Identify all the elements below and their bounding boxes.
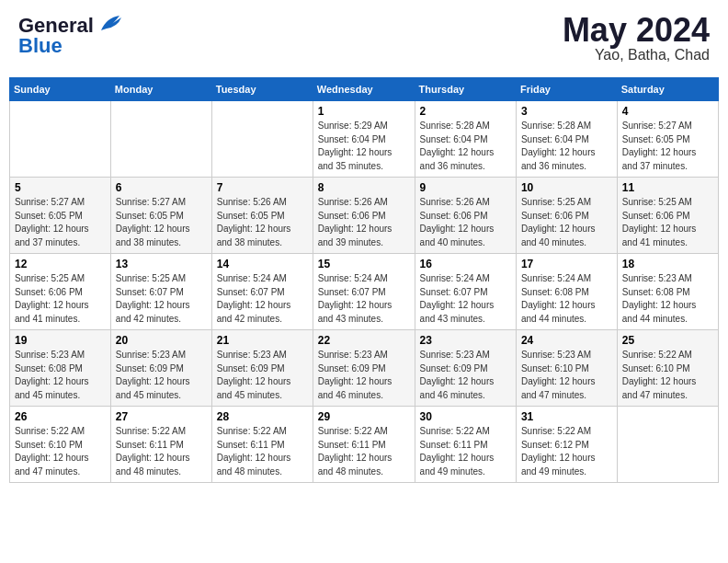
day-info: Sunrise: 5:24 AM Sunset: 6:07 PM Dayligh… (318, 272, 410, 326)
day-info: Sunrise: 5:22 AM Sunset: 6:11 PM Dayligh… (116, 425, 207, 478)
day-number: 30 (420, 410, 511, 423)
calendar-cell: 26Sunrise: 5:22 AM Sunset: 6:10 PM Dayli… (10, 407, 111, 483)
calendar-cell: 30Sunrise: 5:22 AM Sunset: 6:11 PM Dayli… (415, 407, 516, 483)
day-info: Sunrise: 5:25 AM Sunset: 6:06 PM Dayligh… (15, 272, 106, 326)
weekday-header-tuesday: Tuesday (211, 78, 313, 101)
day-number: 2 (420, 105, 511, 118)
day-number: 1 (318, 105, 410, 118)
month-title: May 2024 (563, 14, 710, 47)
day-number: 26 (15, 410, 106, 423)
title-block: May 2024 Yao, Batha, Chad (563, 14, 710, 63)
calendar-cell: 31Sunrise: 5:22 AM Sunset: 6:12 PM Dayli… (516, 407, 617, 483)
calendar-cell: 15Sunrise: 5:24 AM Sunset: 6:07 PM Dayli… (313, 254, 415, 330)
calendar-cell: 8Sunrise: 5:26 AM Sunset: 6:06 PM Daylig… (313, 178, 415, 254)
weekday-header-sunday: Sunday (10, 78, 111, 101)
day-number: 14 (217, 258, 308, 270)
day-info: Sunrise: 5:22 AM Sunset: 6:10 PM Dayligh… (622, 349, 713, 402)
calendar-cell: 28Sunrise: 5:22 AM Sunset: 6:11 PM Dayli… (211, 407, 313, 483)
calendar-cell: 25Sunrise: 5:22 AM Sunset: 6:10 PM Dayli… (617, 330, 718, 407)
calendar-cell: 4Sunrise: 5:27 AM Sunset: 6:05 PM Daylig… (617, 101, 718, 178)
calendar-cell: 6Sunrise: 5:27 AM Sunset: 6:05 PM Daylig… (110, 178, 211, 254)
day-info: Sunrise: 5:25 AM Sunset: 6:06 PM Dayligh… (521, 196, 612, 249)
day-info: Sunrise: 5:27 AM Sunset: 6:05 PM Dayligh… (622, 120, 713, 173)
location: Yao, Batha, Chad (563, 47, 710, 63)
calendar-cell: 12Sunrise: 5:25 AM Sunset: 6:06 PM Dayli… (10, 254, 111, 330)
calendar-cell: 20Sunrise: 5:23 AM Sunset: 6:09 PM Dayli… (110, 330, 211, 407)
day-info: Sunrise: 5:22 AM Sunset: 6:10 PM Dayligh… (15, 425, 106, 478)
day-number: 12 (15, 258, 106, 270)
calendar-cell: 14Sunrise: 5:24 AM Sunset: 6:07 PM Dayli… (211, 254, 313, 330)
calendar-week-1: 1Sunrise: 5:29 AM Sunset: 6:04 PM Daylig… (10, 101, 719, 178)
day-number: 7 (217, 181, 308, 194)
day-info: Sunrise: 5:26 AM Sunset: 6:06 PM Dayligh… (420, 196, 511, 249)
calendar-cell: 21Sunrise: 5:23 AM Sunset: 6:09 PM Dayli… (211, 330, 313, 407)
calendar-cell (110, 101, 211, 178)
day-info: Sunrise: 5:23 AM Sunset: 6:09 PM Dayligh… (318, 349, 410, 402)
day-number: 21 (217, 334, 308, 347)
day-number: 25 (622, 334, 713, 347)
logo-bird-icon (97, 14, 123, 34)
day-number: 4 (622, 105, 713, 118)
weekday-header-thursday: Thursday (415, 78, 516, 101)
day-info: Sunrise: 5:28 AM Sunset: 6:04 PM Dayligh… (420, 120, 511, 173)
day-info: Sunrise: 5:25 AM Sunset: 6:07 PM Dayligh… (116, 272, 207, 326)
calendar-cell: 18Sunrise: 5:23 AM Sunset: 6:08 PM Dayli… (617, 254, 718, 330)
day-number: 11 (622, 181, 713, 194)
header: General Blue May 2024 Yao, Batha, Chad (9, 9, 719, 68)
day-info: Sunrise: 5:26 AM Sunset: 6:06 PM Dayligh… (318, 196, 410, 249)
weekday-header-monday: Monday (110, 78, 211, 101)
day-info: Sunrise: 5:25 AM Sunset: 6:06 PM Dayligh… (622, 196, 713, 249)
calendar-cell: 9Sunrise: 5:26 AM Sunset: 6:06 PM Daylig… (415, 178, 516, 254)
day-info: Sunrise: 5:27 AM Sunset: 6:05 PM Dayligh… (15, 196, 106, 249)
day-number: 3 (521, 105, 612, 118)
calendar-cell (10, 101, 111, 178)
calendar: SundayMondayTuesdayWednesdayThursdayFrid… (9, 77, 719, 483)
calendar-body: 1Sunrise: 5:29 AM Sunset: 6:04 PM Daylig… (10, 101, 719, 483)
day-info: Sunrise: 5:22 AM Sunset: 6:12 PM Dayligh… (521, 425, 612, 478)
day-info: Sunrise: 5:23 AM Sunset: 6:09 PM Dayligh… (217, 349, 308, 402)
calendar-cell: 2Sunrise: 5:28 AM Sunset: 6:04 PM Daylig… (415, 101, 516, 178)
calendar-cell: 24Sunrise: 5:23 AM Sunset: 6:10 PM Dayli… (516, 330, 617, 407)
calendar-week-3: 12Sunrise: 5:25 AM Sunset: 6:06 PM Dayli… (10, 254, 719, 330)
day-number: 18 (622, 258, 713, 270)
day-number: 22 (318, 334, 410, 347)
day-info: Sunrise: 5:23 AM Sunset: 6:10 PM Dayligh… (521, 349, 612, 402)
day-number: 15 (318, 258, 410, 270)
calendar-cell: 7Sunrise: 5:26 AM Sunset: 6:05 PM Daylig… (211, 178, 313, 254)
calendar-cell: 16Sunrise: 5:24 AM Sunset: 6:07 PM Dayli… (415, 254, 516, 330)
day-info: Sunrise: 5:24 AM Sunset: 6:07 PM Dayligh… (217, 272, 308, 326)
logo-blue: Blue (18, 34, 63, 58)
calendar-cell: 19Sunrise: 5:23 AM Sunset: 6:08 PM Dayli… (10, 330, 111, 407)
day-number: 8 (318, 181, 410, 194)
calendar-week-5: 26Sunrise: 5:22 AM Sunset: 6:10 PM Dayli… (10, 407, 719, 483)
day-info: Sunrise: 5:23 AM Sunset: 6:09 PM Dayligh… (420, 349, 511, 402)
day-number: 5 (15, 181, 106, 194)
day-info: Sunrise: 5:22 AM Sunset: 6:11 PM Dayligh… (318, 425, 410, 478)
day-info: Sunrise: 5:24 AM Sunset: 6:08 PM Dayligh… (521, 272, 612, 326)
calendar-cell: 3Sunrise: 5:28 AM Sunset: 6:04 PM Daylig… (516, 101, 617, 178)
day-number: 28 (217, 410, 308, 423)
calendar-week-4: 19Sunrise: 5:23 AM Sunset: 6:08 PM Dayli… (10, 330, 719, 407)
calendar-header-row: SundayMondayTuesdayWednesdayThursdayFrid… (10, 78, 719, 101)
day-number: 27 (116, 410, 207, 423)
calendar-cell: 29Sunrise: 5:22 AM Sunset: 6:11 PM Dayli… (313, 407, 415, 483)
day-number: 24 (521, 334, 612, 347)
day-number: 31 (521, 410, 612, 423)
day-info: Sunrise: 5:22 AM Sunset: 6:11 PM Dayligh… (420, 425, 511, 478)
day-number: 17 (521, 258, 612, 270)
day-number: 13 (116, 258, 207, 270)
day-number: 9 (420, 181, 511, 194)
weekday-header-wednesday: Wednesday (313, 78, 415, 101)
weekday-header-friday: Friday (516, 78, 617, 101)
day-info: Sunrise: 5:23 AM Sunset: 6:08 PM Dayligh… (15, 349, 106, 402)
day-number: 19 (15, 334, 106, 347)
day-info: Sunrise: 5:26 AM Sunset: 6:05 PM Dayligh… (217, 196, 308, 249)
day-number: 10 (521, 181, 612, 194)
logo: General Blue (18, 14, 123, 58)
calendar-cell: 22Sunrise: 5:23 AM Sunset: 6:09 PM Dayli… (313, 330, 415, 407)
day-info: Sunrise: 5:22 AM Sunset: 6:11 PM Dayligh… (217, 425, 308, 478)
calendar-cell: 11Sunrise: 5:25 AM Sunset: 6:06 PM Dayli… (617, 178, 718, 254)
calendar-cell: 23Sunrise: 5:23 AM Sunset: 6:09 PM Dayli… (415, 330, 516, 407)
day-info: Sunrise: 5:27 AM Sunset: 6:05 PM Dayligh… (116, 196, 207, 249)
day-number: 23 (420, 334, 511, 347)
